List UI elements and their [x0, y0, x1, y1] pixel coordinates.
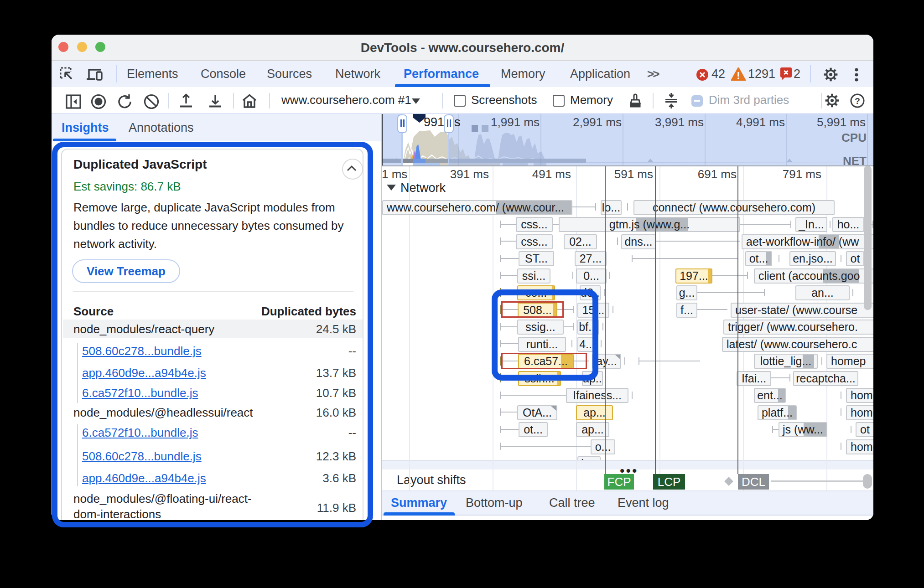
svg-text:?: ?: [855, 96, 860, 106]
